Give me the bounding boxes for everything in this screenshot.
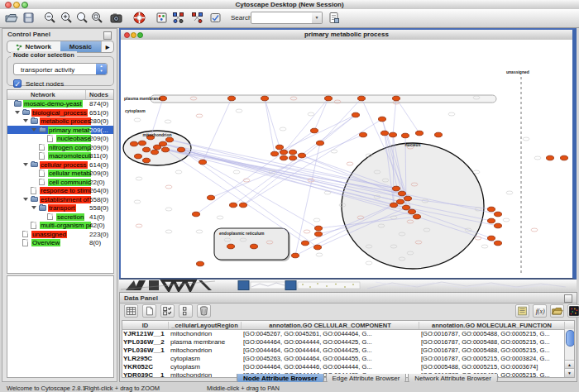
graph-node[interactable] [379,117,386,122]
tree-row-macromolecule[interactable]: macromolecule311(0) [7,151,113,160]
graph-node[interactable] [143,147,151,152]
annotation-palette-icon[interactable] [155,11,169,25]
tree-row-secretion[interactable]: secretion41(0) [7,213,113,222]
select-nodes-checkbox[interactable]: ✓ [13,79,22,88]
graph-node[interactable] [435,132,443,137]
select-attributes-icon[interactable] [160,304,175,318]
graph-node[interactable] [414,214,421,219]
graph-node[interactable] [358,96,366,101]
zoom-fit-icon[interactable] [90,11,104,25]
scroll-down-button[interactable]: ▼ [565,368,574,377]
graph-node[interactable] [299,153,306,158]
graph-node[interactable] [402,133,409,138]
graph-node[interactable] [488,218,495,223]
tree-row-cellular-process[interactable]: cellular process614(0) [7,160,113,170]
graph-node[interactable] [290,150,297,155]
graph-node[interactable] [135,154,142,159]
graph-node[interactable] [404,196,412,201]
graph-node[interactable] [315,226,323,231]
float-panel-icon[interactable] [103,31,112,40]
graph-node[interactable] [292,253,299,258]
graph-node[interactable] [547,155,554,160]
graph-node[interactable] [143,158,151,163]
graph-node[interactable] [409,209,416,214]
tree-row-transport[interactable]: transport558(0) [7,203,113,213]
graph-node[interactable] [199,160,207,165]
zoom-out-icon[interactable] [43,11,57,25]
tree-row-nucleobase-cont[interactable]: nucleobase-cont209(0) [7,134,113,143]
create-attribute-icon[interactable] [142,304,156,318]
graph-node[interactable] [280,155,288,160]
graph-node[interactable] [230,203,237,208]
import-attributes-icon[interactable] [550,304,564,318]
graph-node[interactable] [166,137,174,142]
graph-node[interactable] [403,205,410,210]
table-row[interactable]: YLR295Ccytoplasm[GO:0045263, GO:0044464,… [122,354,574,362]
matrix-view-icon[interactable] [567,304,579,318]
table-row[interactable]: YKR052Ccytoplasm[GO:0044464, GO:0044446,… [122,362,574,370]
vizmapper-b-icon[interactable] [190,11,204,25]
expand-arrow-icon[interactable] [23,163,28,166]
tree-row-biological-process[interactable]: biological_process651(0) [7,108,113,117]
tree-row-overview[interactable]: Overview8(0) [7,238,113,247]
graph-node[interactable] [271,151,279,156]
graph-node[interactable] [302,241,309,246]
graph-node[interactable] [390,203,398,208]
graph-node[interactable] [495,241,502,246]
help-lifering-icon[interactable] [132,11,146,25]
attribute-browser-icon[interactable] [327,11,341,25]
graph-node[interactable] [193,212,200,217]
graph-node[interactable] [495,212,502,217]
graph-node[interactable] [416,131,423,136]
data-panel-float-icon[interactable] [564,294,572,303]
graph-node[interactable] [311,128,318,133]
attribute-table-icon[interactable] [124,304,138,318]
tab-overflow-arrow[interactable]: ▶ [101,41,113,52]
graph-node[interactable] [139,141,146,146]
network-canvas[interactable]: plasma membrane cytoplasm mitochondrion … [121,40,572,278]
background-windows-strip[interactable] [119,280,577,293]
table-row[interactable]: YPL036W__2plasma membrane[GO:0044464, GO… [122,337,574,346]
zoom-selected-region-icon[interactable] [75,11,89,25]
graph-node[interactable] [208,195,215,200]
plugin-settings-icon[interactable] [208,11,223,25]
graph-node[interactable] [488,236,495,241]
unselect-attributes-icon[interactable] [179,304,193,318]
graph-node[interactable] [151,150,159,155]
expand-arrow-icon[interactable] [31,128,36,131]
graph-node[interactable] [280,150,288,155]
tree-row-response-to-stimulu[interactable]: response to stimulu264(0) [7,186,113,195]
graph-node[interactable] [178,147,185,152]
tree-row-multi-organism-pro[interactable]: multi-organism pro42(0) [7,221,113,230]
graph-node[interactable] [393,186,400,191]
graph-node[interactable] [162,147,170,152]
graph-node[interactable] [240,203,247,208]
graph-node[interactable] [276,145,284,150]
tree-row-mosaic-demo-yeast[interactable]: mosaic-demo-yeast874(0) [7,99,113,108]
expand-arrow-icon[interactable] [15,111,20,114]
graph-node[interactable] [290,155,297,160]
table-row[interactable]: YJR121W__1mitochondrion[GO:0045267, GO:0… [122,329,574,337]
tree-row-primary-metabolic[interactable]: primary metabolic209(... [7,126,113,135]
graph-node[interactable] [360,132,367,137]
tree-row-cell-communicat[interactable]: cell communicat22(0) [7,178,113,187]
tree-row-metabolic-process[interactable]: metabolic process280(0) [7,117,113,126]
expand-arrow-icon[interactable] [31,206,36,209]
graph-node[interactable] [495,223,502,228]
delete-attribute-icon[interactable] [197,304,211,318]
graph-node[interactable] [197,261,204,266]
graph-node[interactable] [317,141,324,146]
table-row[interactable]: YPL036W__1mitochondrion[GO:0044464, GO:0… [122,346,574,354]
birds-eye-view-panel[interactable] [7,275,114,378]
scrollbar-thumb[interactable] [566,330,575,347]
search-input[interactable] [251,12,313,24]
tree-row-establishment-of-lo[interactable]: establishment of lo558(0) [7,195,113,204]
graph-node[interactable] [390,132,397,137]
graph-node[interactable] [488,207,495,212]
snapshot-camera-icon[interactable] [109,11,123,25]
graph-node[interactable] [228,96,236,101]
expand-arrow-icon[interactable] [23,119,28,122]
function-builder-icon[interactable]: f(x) [533,304,547,318]
vizmapper-a-icon[interactable] [171,11,185,25]
tree-row-cellular-metabol[interactable]: cellular metabol209(0) [7,169,113,178]
